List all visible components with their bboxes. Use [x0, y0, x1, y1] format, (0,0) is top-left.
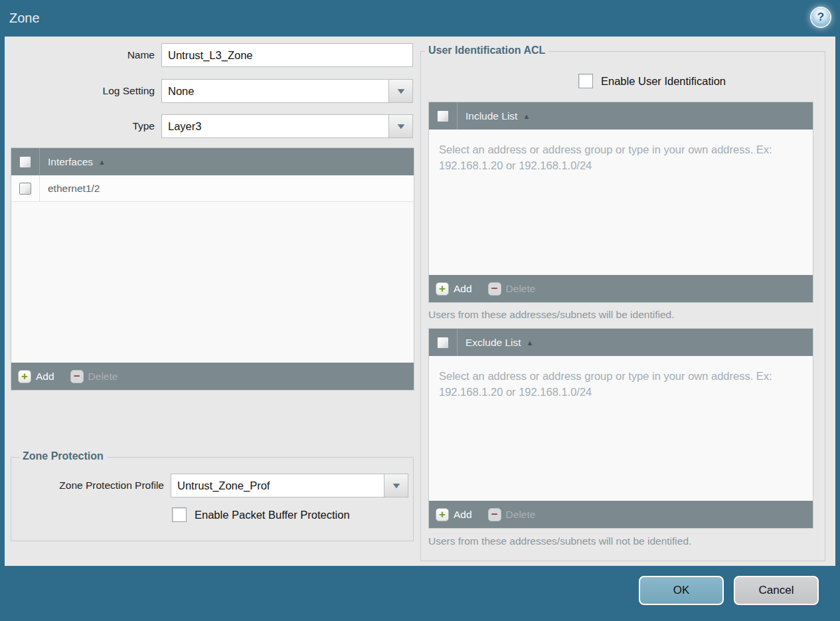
include-list-footer: + Add − Delete [429, 275, 813, 302]
sort-asc-icon[interactable]: ▲ [98, 158, 106, 166]
type-label: Type [5, 114, 155, 138]
add-icon: + [436, 508, 449, 521]
include-add-button[interactable]: + Add [436, 282, 472, 296]
include-list-placeholder: Select an address or address group or ty… [429, 130, 813, 174]
interfaces-table-footer: + Add − Delete [11, 363, 414, 390]
cancel-button[interactable]: Cancel [734, 576, 819, 605]
exclude-list-body[interactable]: Select an address or address group or ty… [429, 356, 813, 501]
log-setting-input[interactable] [161, 79, 389, 103]
exclude-add-label: Add [454, 509, 472, 521]
exclude-delete-label: Delete [506, 509, 536, 521]
dialog-body: Name Log Setting ▼ Type ▼ Interfaces ▲ e… [5, 37, 835, 566]
exclude-select-all-checkbox[interactable] [437, 337, 449, 349]
include-add-label: Add [454, 283, 472, 295]
add-button-label: Add [36, 371, 54, 383]
exclude-list-header: Exclude List ▲ [429, 329, 813, 356]
row-checkbox[interactable] [19, 183, 31, 195]
log-setting-label: Log Setting [5, 79, 155, 103]
type-input[interactable] [161, 114, 389, 138]
enable-user-identification-label: Enable User Identification [601, 74, 726, 88]
exclude-delete-button[interactable]: − Delete [488, 508, 536, 521]
add-icon: + [436, 282, 449, 296]
exclude-list-placeholder: Select an address or address group or ty… [429, 356, 813, 400]
chevron-down-icon: ▼ [395, 122, 407, 131]
include-list-table: Include List ▲ Select an address or addr… [428, 102, 813, 303]
interfaces-column-header[interactable]: Interfaces [48, 156, 93, 168]
chevron-down-icon: ▼ [395, 86, 407, 96]
include-select-all-checkbox[interactable] [437, 110, 449, 122]
interfaces-table-header: Interfaces ▲ [11, 148, 414, 175]
interfaces-table: Interfaces ▲ ethernet1/2 + Add − Delete [11, 147, 414, 391]
log-setting-dropdown-button[interactable]: ▼ [388, 79, 413, 103]
sort-asc-icon[interactable]: ▲ [523, 112, 530, 120]
packet-buffer-protection-checkbox[interactable] [172, 507, 187, 522]
zone-protection-section: Zone Protection Zone Protection Profile … [11, 457, 414, 541]
zone-protection-profile-input[interactable] [171, 474, 384, 497]
user-identification-acl-section: User Identification ACL Enable User Iden… [420, 51, 825, 561]
include-list-body[interactable]: Select an address or address group or ty… [429, 130, 813, 275]
chevron-down-icon: ▼ [390, 481, 402, 490]
include-select-all-cell [429, 102, 458, 130]
name-input[interactable] [161, 43, 413, 67]
delete-button-label: Delete [88, 371, 118, 383]
name-label: Name [5, 43, 155, 67]
include-delete-label: Delete [506, 283, 536, 295]
exclude-list-caption: Users from these addresses/subnets will … [428, 535, 691, 547]
help-icon[interactable]: ? [811, 8, 830, 27]
interfaces-table-body: ethernet1/2 [11, 175, 414, 363]
zone-protection-profile-label: Zone Protection Profile [11, 474, 164, 497]
include-list-header: Include List ▲ [429, 102, 813, 130]
delete-icon: − [488, 282, 501, 296]
exclude-select-all-cell [429, 329, 458, 356]
ok-button[interactable]: OK [639, 576, 724, 605]
interfaces-select-all-cell [11, 148, 40, 175]
user-identification-acl-legend: User Identification ACL [425, 44, 548, 56]
interfaces-select-all-checkbox[interactable] [19, 156, 31, 168]
include-delete-button[interactable]: − Delete [488, 282, 536, 296]
add-interface-button[interactable]: + Add [18, 370, 54, 383]
row-checkbox-cell [11, 175, 40, 201]
delete-interface-button[interactable]: − Delete [70, 370, 118, 383]
table-row[interactable]: ethernet1/2 [11, 175, 414, 202]
zone-protection-legend: Zone Protection [19, 450, 107, 462]
help-glyph: ? [817, 11, 824, 24]
exclude-add-button[interactable]: + Add [436, 508, 472, 521]
sort-asc-icon[interactable]: ▲ [527, 339, 534, 347]
exclude-list-column-header[interactable]: Exclude List [465, 337, 521, 349]
type-dropdown-button[interactable]: ▼ [388, 114, 413, 138]
delete-icon: − [70, 370, 84, 383]
include-list-caption: Users from these addresses/subnets will … [428, 309, 674, 321]
exclude-list-footer: + Add − Delete [429, 501, 813, 528]
enable-user-identification-checkbox[interactable] [578, 74, 593, 88]
exclude-list-table: Exclude List ▲ Select an address or addr… [428, 328, 813, 529]
include-list-column-header[interactable]: Include List [465, 110, 517, 122]
packet-buffer-protection-label: Enable Packet Buffer Protection [195, 507, 350, 522]
add-icon: + [18, 370, 31, 383]
interface-name: ethernet1/2 [48, 183, 100, 195]
delete-icon: − [488, 508, 501, 521]
zone-protection-profile-dropdown-button[interactable]: ▼ [384, 474, 408, 497]
dialog-title: Zone [9, 0, 40, 37]
